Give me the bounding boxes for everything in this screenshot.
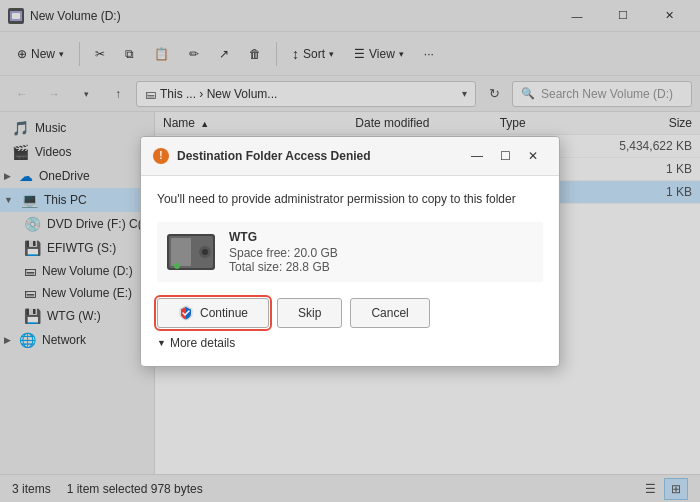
dialog-drive-info: WTG Space free: 20.0 GB Total size: 28.8… [157, 222, 543, 282]
dialog-body: You'll need to provide administrator per… [141, 176, 559, 366]
more-chevron-icon: ▼ [157, 338, 166, 348]
continue-button[interactable]: Continue [157, 298, 269, 328]
dialog-title: Destination Folder Access Denied [177, 149, 463, 163]
shield-icon [178, 305, 194, 321]
drive-details: WTG Space free: 20.0 GB Total size: 28.8… [229, 230, 338, 274]
svg-point-6 [202, 249, 208, 255]
svg-rect-4 [171, 238, 191, 266]
svg-point-7 [174, 263, 180, 269]
dialog-close-button[interactable]: ✕ [519, 145, 547, 167]
drive-space-free: Space free: 20.0 GB [229, 246, 338, 260]
dialog-actions: Continue Skip Cancel [157, 298, 543, 332]
skip-button[interactable]: Skip [277, 298, 342, 328]
dialog-message: You'll need to provide administrator per… [157, 192, 543, 206]
dialog-overlay: ! Destination Folder Access Denied — ☐ ✕… [0, 0, 700, 502]
drive-total: Total size: 28.8 GB [229, 260, 338, 274]
access-denied-dialog: ! Destination Folder Access Denied — ☐ ✕… [140, 136, 560, 367]
drive-visual [165, 230, 217, 274]
drive-svg [165, 230, 217, 274]
dialog-maximize-button[interactable]: ☐ [491, 145, 519, 167]
cancel-button[interactable]: Cancel [350, 298, 429, 328]
more-details-toggle[interactable]: ▼ More details [157, 332, 543, 350]
dialog-titlebar: ! Destination Folder Access Denied — ☐ ✕ [141, 137, 559, 176]
dialog-minimize-button[interactable]: — [463, 145, 491, 167]
drive-name: WTG [229, 230, 338, 244]
dialog-warning-icon: ! [153, 148, 169, 164]
